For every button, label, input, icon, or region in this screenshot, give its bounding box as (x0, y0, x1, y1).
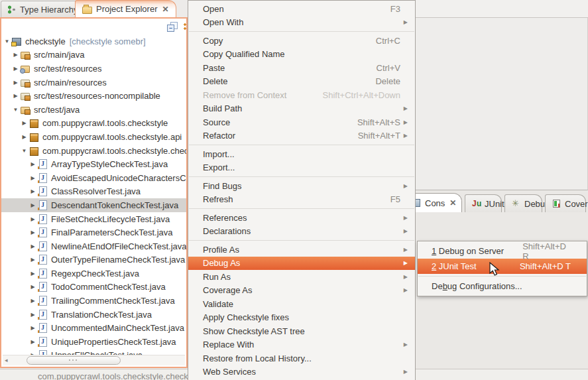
menu-item-label: Build Path (203, 103, 242, 113)
menu-item-replace-with[interactable]: Replace With▶ (188, 338, 415, 352)
tree-row-checkstyle[interactable]: ▼checkstyle[checkstyle somebr] (1, 34, 186, 48)
collapsed-arrow-icon[interactable]: ▶ (12, 66, 19, 72)
menu-item-open[interactable]: OpenF3 (188, 2, 415, 16)
menu-item-import[interactable]: Import... (188, 147, 415, 161)
menu-item-build-path[interactable]: Build Path▶ (188, 102, 415, 116)
collapsed-arrow-icon[interactable]: ▶ (29, 161, 36, 167)
collapsed-arrow-icon[interactable]: ▶ (29, 216, 36, 222)
tree-row-regexpchecktest-java[interactable]: ▶RegexpCheckTest.java (1, 267, 186, 281)
tab-label: Type Hierarchy (20, 5, 78, 15)
menu-item-coverage-as[interactable]: Coverage As▶ (188, 284, 415, 298)
view-menu-icon[interactable] (184, 23, 186, 30)
close-icon[interactable]: ✕ (162, 5, 168, 13)
tree-row-translationchecktest-java[interactable]: ▶TranslationCheckTest.java (1, 308, 186, 322)
menu-item-refresh[interactable]: RefreshF5 (188, 193, 415, 207)
menu-item-2-junit-test[interactable]: 2 JUnit TestShift+Alt+D T (418, 259, 587, 274)
menu-item-show-checkstyle-ast-tree[interactable]: Show Checkstyle AST tree (188, 324, 415, 338)
tree-row-uniquepropertieschecktest-java[interactable]: ▶UniquePropertiesCheckTest.java (1, 335, 186, 349)
menu-item-declarations[interactable]: Declarations▶ (188, 225, 415, 239)
menu-item-label: Source (203, 117, 230, 127)
javatest-icon (37, 214, 48, 224)
tree-row-outertypefilenamechecktest-java[interactable]: ▶OuterTypeFilenameCheckTest.java (1, 253, 186, 267)
bottom-tab-cover[interactable]: Cover (545, 194, 586, 212)
menu-item-debug-configurations[interactable]: Debug Configurations... (418, 279, 587, 294)
menu-item-profile-as[interactable]: Profile As▶ (188, 243, 415, 257)
tree-row-todocommentchecktest-java[interactable]: ▶TodoCommentCheckTest.java (1, 281, 186, 294)
menu-item-references[interactable]: References▶ (188, 211, 415, 225)
tree-row-uncommentedmainchecktest-java[interactable]: ▶UncommentedMainCheckTest.java (1, 321, 186, 335)
menu-item-refactor[interactable]: RefactorShift+Alt+T▶ (188, 129, 415, 143)
bottom-tab-junit[interactable]: JUnit (465, 194, 502, 212)
collapsed-arrow-icon[interactable]: ▶ (29, 284, 36, 290)
menu-item-label: Import... (203, 149, 235, 159)
collapsed-arrow-icon[interactable]: ▶ (29, 202, 36, 208)
tree-row-com-puppycrawl-tools-checkstyle-check[interactable]: ▼com.puppycrawl.tools.checkstyle.check (1, 144, 186, 158)
tree-row-classresolvertest-java[interactable]: ▶ClassResolverTest.java (1, 185, 186, 199)
collapsed-arrow-icon[interactable]: ▶ (29, 229, 36, 235)
tree-row-avoidescapedunicodecharacterschec[interactable]: ▶AvoidEscapedUnicodeCharactersChec (1, 171, 186, 185)
menu-item-export[interactable]: Export... (188, 161, 415, 175)
expanded-arrow-icon[interactable]: ▼ (3, 38, 11, 44)
close-icon[interactable]: ✕ (449, 199, 456, 207)
tree-row-src-test-resources-noncompilable[interactable]: ▶src/test/resources-noncompilable (1, 89, 186, 103)
menu-item-debug-as[interactable]: Debug As▶ (188, 257, 415, 271)
collapsed-arrow-icon[interactable]: ▶ (21, 120, 28, 126)
collapse-all-icon[interactable] (166, 22, 178, 32)
collapsed-arrow-icon[interactable]: ▶ (29, 271, 36, 277)
tree-row-filesetchecklifecycletest-java[interactable]: ▶FileSetCheckLifecycleTest.java (1, 212, 186, 226)
menu-item-paste[interactable]: PasteCtrl+V (188, 61, 415, 75)
menu-item-delete[interactable]: DeleteDelete (188, 75, 415, 89)
menu-item-restore-from-local-history[interactable]: Restore from Local History... (188, 351, 415, 365)
bottom-view-tabbar: Cons✕JUnitDebuCover (398, 192, 588, 212)
tree-row-finalparameterschecktest-java[interactable]: ▶FinalParametersCheckTest.java (1, 225, 186, 239)
menu-item-copy-qualified-name[interactable]: Copy Qualified Name (188, 48, 415, 62)
tree-row-src-test-java[interactable]: ▼src/test/java (1, 103, 186, 117)
menu-item-remove-from-context: Remove from ContextShift+Ctrl+Alt+Down (188, 88, 415, 102)
scrollbar-thumb[interactable] (27, 356, 121, 365)
collapsed-arrow-icon[interactable]: ▶ (29, 188, 36, 194)
tree-row-newlineatendoffilechecktest-java[interactable]: ▶NewlineAtEndOfFileCheckTest.java (1, 239, 186, 253)
collapsed-arrow-icon[interactable]: ▶ (29, 243, 36, 249)
tree-row-trailingcommentchecktest-java[interactable]: ▶TrailingCommentCheckTest.java (1, 294, 186, 308)
menu-item-label: Apply Checkstyle fixes (203, 312, 289, 322)
collapsed-arrow-icon[interactable]: ▶ (29, 175, 36, 181)
tree-row-com-puppycrawl-tools-checkstyle[interactable]: ▶com.puppycrawl.tools.checkstyle (1, 117, 186, 131)
collapsed-arrow-icon[interactable]: ▶ (29, 312, 36, 318)
collapsed-arrow-icon[interactable]: ▶ (29, 257, 36, 263)
collapsed-arrow-icon[interactable]: ▶ (12, 80, 19, 86)
collapsed-arrow-icon[interactable]: ▶ (29, 298, 36, 304)
junit-icon (471, 199, 481, 208)
collapsed-arrow-icon[interactable]: ▶ (29, 339, 36, 345)
expanded-arrow-icon[interactable]: ▼ (21, 148, 28, 154)
menu-item-copy[interactable]: CopyCtrl+C (188, 34, 415, 48)
tree-row-src-test-resources[interactable]: ▶src/test/resources (1, 62, 186, 76)
submenu-arrow-icon: ▶ (400, 274, 408, 280)
collapsed-arrow-icon[interactable]: ▶ (12, 93, 19, 99)
menu-item-source[interactable]: SourceShift+Alt+S▶ (188, 115, 415, 129)
menu-item-run-as[interactable]: Run As▶ (188, 270, 415, 284)
tree-row-src-main-resources[interactable]: ▶src/main/resources (1, 76, 186, 90)
tab-type-hierarchy[interactable]: Type Hierarchy (1, 1, 84, 17)
menu-item-apply-checkstyle-fixes[interactable]: Apply Checkstyle fixes (188, 311, 415, 325)
tree-row-arraytypestylechecktest-java[interactable]: ▶ArrayTypeStyleCheckTest.java (1, 157, 186, 171)
menu-separator (418, 276, 586, 277)
collapsed-arrow-icon[interactable]: ▶ (21, 134, 28, 140)
tree-row-src-main-java[interactable]: ▶src/main/java (1, 48, 186, 62)
collapsed-arrow-icon[interactable]: ▶ (12, 52, 19, 58)
menu-item-validate[interactable]: Validate (188, 297, 415, 311)
bottom-tab-debu[interactable]: Debu (504, 194, 542, 212)
tree-row-com-puppycrawl-tools-checkstyle-api[interactable]: ▶com.puppycrawl.tools.checkstyle.api (1, 130, 186, 144)
editor-top-band (398, 0, 588, 18)
menu-item-open-with[interactable]: Open With▶ (188, 16, 415, 30)
menu-item-1-debug-on-server[interactable]: 1 Debug on ServerShift+Alt+D R (418, 243, 587, 259)
expanded-arrow-icon[interactable]: ▼ (12, 107, 19, 113)
menu-item-find-bugs[interactable]: Find Bugs▶ (188, 179, 415, 193)
submenu-arrow-icon: ▶ (400, 287, 408, 293)
scroll-left-icon[interactable]: ◂ (5, 357, 8, 363)
tree-item-label: NewlineAtEndOfFileCheckTest.java (51, 241, 186, 251)
tab-project-explorer[interactable]: Project Explorer ✕ (75, 0, 176, 17)
tree-row-descendanttokenchecktest-java[interactable]: ▶DescendantTokenCheckTest.java (1, 198, 186, 212)
menu-item-web-services[interactable]: Web Services▶ (188, 365, 415, 379)
collapsed-arrow-icon[interactable]: ▶ (29, 325, 36, 331)
horizontal-scrollbar[interactable]: ◂ (3, 355, 185, 365)
